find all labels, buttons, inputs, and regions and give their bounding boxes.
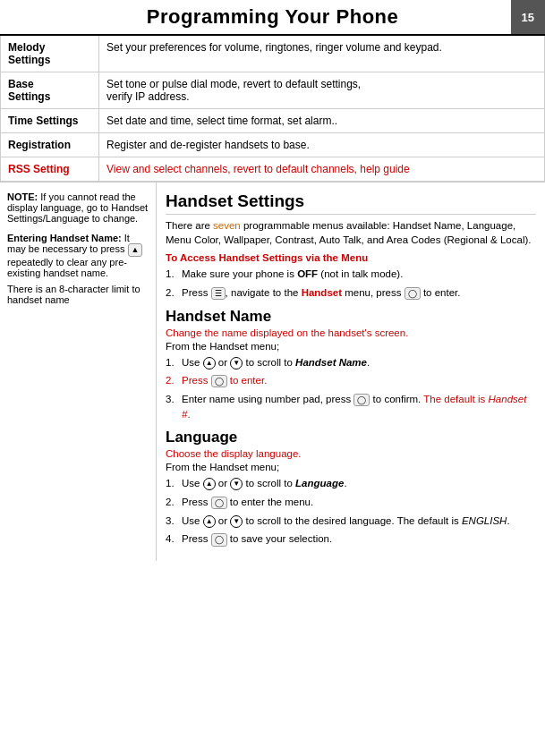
menu-icon: ☰	[211, 287, 226, 301]
table-cell-label: MelodySettings	[1, 36, 99, 72]
list-content: Use ▲ or ▼ to scroll to Handset Name.	[182, 355, 536, 370]
nav-button-icon: ▲	[128, 243, 143, 257]
enter-btn-icon: ◯	[211, 375, 227, 388]
from-menu-lang: From the Handset menu;	[166, 462, 536, 472]
table-row: RSS Setting View and select channels, re…	[1, 157, 545, 182]
table-cell-label: Time Settings	[1, 109, 99, 133]
from-menu: From the Handset menu;	[166, 341, 536, 352]
list-num: 2.	[166, 285, 182, 301]
list-num: 3.	[166, 392, 182, 407]
table-row: Time Settings Set date and time, select …	[1, 109, 545, 133]
scroll-up-icon: ▲	[203, 478, 216, 490]
left-column: NOTE: If you cannot read the display lan…	[0, 183, 157, 561]
list-item: 2. Press ☰, navigate to the Handset menu…	[166, 285, 536, 301]
entering-text2: repeatedly to clear any pre-existing han…	[7, 257, 127, 278]
language-title: Language	[166, 429, 536, 446]
limit-text: There is an 8-character limit to handset…	[7, 284, 149, 305]
scroll-down-icon: ▼	[230, 357, 243, 370]
list-content: Use ▲ or ▼ to scroll to Language.	[182, 476, 536, 491]
list-num: 2.	[166, 495, 182, 510]
list-content: Use ▲ or ▼ to scroll to the desired lang…	[182, 514, 536, 529]
enter-icon: ◯	[404, 287, 421, 301]
language-subtitle: Choose the display language.	[166, 448, 536, 459]
table-cell-label: BaseSettings	[1, 72, 99, 109]
entering-note: Entering Handset Name: It may be necessa…	[7, 233, 149, 278]
settings-table: MelodySettings Set your preferences for …	[0, 36, 545, 182]
handset-name-subtitle: Change the name displayed on the handset…	[166, 327, 536, 338]
list-item: 1. Use ▲ or ▼ to scroll to Handset Name.	[166, 355, 536, 370]
scroll-down-icon: ▼	[230, 478, 243, 490]
list-num: 1.	[166, 476, 182, 491]
note-text: NOTE: If you cannot read the display lan…	[7, 191, 149, 224]
table-row: Registration Register and de-register ha…	[1, 133, 545, 157]
save-icon: ◯	[211, 533, 227, 547]
right-column: Handset Settings There are seven program…	[157, 183, 545, 561]
list-num: 1.	[166, 267, 182, 282]
scroll-up-icon2: ▲	[203, 515, 216, 528]
note-bold: NOTE:	[7, 191, 38, 202]
list-content: Press ◯ to enter the menu.	[182, 495, 536, 510]
table-cell-label: RSS Setting	[1, 157, 99, 182]
page-number: 15	[511, 0, 545, 34]
language-steps: 1. Use ▲ or ▼ to scroll to Language. 2. …	[166, 476, 536, 547]
list-num: 1.	[166, 355, 182, 370]
list-item: 2. Press ◯ to enter.	[166, 373, 536, 388]
list-content: Press ◯ to enter.	[182, 373, 536, 388]
list-item: 3. Enter name using number pad, press ◯ …	[166, 392, 536, 421]
list-item: 1. Make sure your phone is OFF (not in t…	[166, 267, 536, 282]
list-content: Press ☰, navigate to the Handset menu, p…	[182, 285, 536, 301]
enter-btn2-icon: ◯	[211, 497, 227, 510]
table-cell-desc: Set date and time, select time format, s…	[99, 109, 545, 133]
table-row: MelodySettings Set your preferences for …	[1, 36, 545, 72]
list-item: 3. Use ▲ or ▼ to scroll to the desired l…	[166, 514, 536, 529]
table-cell-desc: Register and de-register handsets to bas…	[99, 133, 545, 157]
list-num: 3.	[166, 514, 182, 529]
list-content: Enter name using number pad, press ◯ to …	[182, 392, 536, 421]
table-cell-desc: Set tone or pulse dial mode, revert to d…	[99, 72, 545, 109]
confirm-icon: ◯	[353, 394, 370, 407]
page-header: Programming Your Phone 15	[0, 0, 545, 36]
access-steps-list: 1. Make sure your phone is OFF (not in t…	[166, 267, 536, 300]
page-title: Programming Your Phone	[9, 5, 536, 29]
table-row: BaseSettings Set tone or pulse dial mode…	[1, 72, 545, 109]
access-header: To Access Handset Settings via the Menu	[166, 252, 536, 263]
list-content: Make sure your phone is OFF (not in talk…	[182, 267, 536, 282]
entering-title: Entering Handset Name:	[7, 233, 122, 243]
seven-highlight: seven	[213, 220, 241, 231]
list-item: 4. Press ◯ to save your selection.	[166, 531, 536, 547]
content-area: NOTE: If you cannot read the display lan…	[0, 182, 545, 561]
table-cell-desc: View and select channels, revert to defa…	[99, 157, 545, 182]
table-cell-label: Registration	[1, 133, 99, 157]
handset-name-title: Handset Name	[166, 308, 536, 326]
table-cell-desc: Set your preferences for volume, rington…	[99, 36, 545, 72]
scroll-down-icon2: ▼	[230, 515, 243, 528]
list-num: 2.	[166, 373, 182, 388]
handset-name-steps: 1. Use ▲ or ▼ to scroll to Handset Name.…	[166, 355, 536, 422]
list-item: 2. Press ◯ to enter the menu.	[166, 495, 536, 510]
scroll-up-icon: ▲	[203, 357, 216, 370]
list-num: 4.	[166, 531, 182, 547]
handset-settings-title: Handset Settings	[166, 191, 536, 215]
list-item: 1. Use ▲ or ▼ to scroll to Language.	[166, 476, 536, 491]
handset-settings-intro: There are seven programmable menus avail…	[166, 218, 536, 247]
list-content: Press ◯ to save your selection.	[182, 531, 536, 547]
